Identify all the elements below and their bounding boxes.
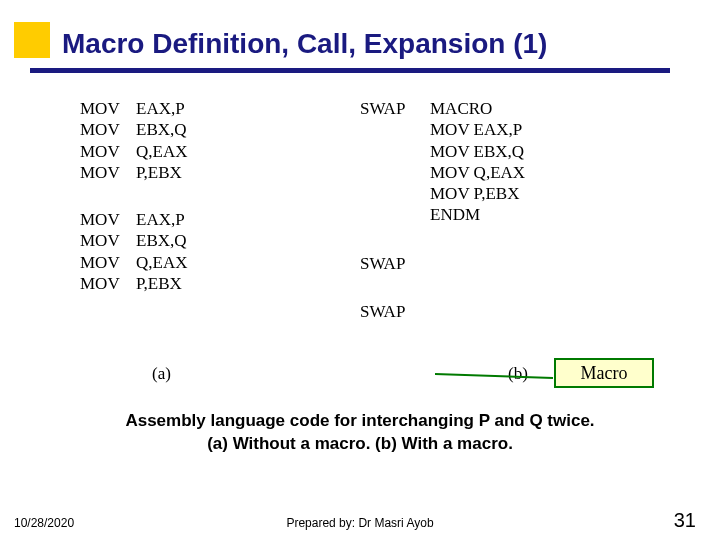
- slide-caption: Assembly language code for interchanging…: [0, 410, 720, 456]
- asm-label: [360, 119, 430, 140]
- asm-row: MOVQ,EAX: [80, 141, 340, 162]
- callout-box: Macro: [554, 358, 654, 388]
- asm-label: [360, 204, 430, 225]
- asm-row: MOVP,EBX: [80, 273, 340, 294]
- asm-op: MOV: [80, 209, 136, 230]
- asm-arg: P,EBX: [136, 162, 182, 183]
- svg-line-0: [435, 374, 553, 378]
- asm-arg: MACRO: [430, 98, 492, 119]
- asm-row: MOVEBX,Q: [80, 230, 340, 251]
- title-underline: [30, 68, 670, 73]
- asm-row: MOVEAX,P: [80, 98, 340, 119]
- asm-arg: EAX,P: [136, 209, 185, 230]
- col-b: SWAPMACRO MOV EAX,P MOV EBX,Q MOV Q,EAX …: [360, 98, 660, 322]
- asm-arg: MOV Q,EAX: [430, 162, 525, 183]
- asm-label: [360, 162, 430, 183]
- asm-arg: Q,EAX: [136, 141, 187, 162]
- asm-label: [360, 183, 430, 204]
- asm-arg: P,EBX: [136, 273, 182, 294]
- asm-row: MOV EBX,Q: [360, 141, 660, 162]
- asm-row: MOVEAX,P: [80, 209, 340, 230]
- asm-op: MOV: [80, 141, 136, 162]
- callout-label: Macro: [581, 363, 628, 384]
- caption-line-1: Assembly language code for interchanging…: [0, 410, 720, 433]
- col-a: MOVEAX,P MOVEBX,Q MOVQ,EAX MOVP,EBX MOVE…: [80, 98, 340, 320]
- code-area: MOVEAX,P MOVEBX,Q MOVQ,EAX MOVP,EBX MOVE…: [0, 98, 720, 398]
- asm-op: MOV: [80, 252, 136, 273]
- asm-op: MOV: [80, 273, 136, 294]
- col-a-block-1: MOVEAX,P MOVEBX,Q MOVQ,EAX MOVP,EBX: [80, 98, 340, 183]
- swap-call-2: SWAP: [360, 302, 660, 322]
- asm-label: SWAP: [360, 98, 430, 119]
- decorative-square-icon: [14, 22, 50, 58]
- asm-row: MOVQ,EAX: [80, 252, 340, 273]
- slide-title: Macro Definition, Call, Expansion (1): [62, 28, 547, 60]
- asm-arg: EBX,Q: [136, 119, 187, 140]
- footer-prepared-by: Prepared by: Dr Masri Ayob: [0, 516, 720, 530]
- asm-row: ENDM: [360, 204, 660, 225]
- asm-arg: MOV EAX,P: [430, 119, 522, 140]
- col-b-macro-block: SWAPMACRO MOV EAX,P MOV EBX,Q MOV Q,EAX …: [360, 98, 660, 226]
- label-b: (b): [508, 364, 528, 384]
- asm-op: MOV: [80, 119, 136, 140]
- asm-row: MOVEBX,Q: [80, 119, 340, 140]
- asm-arg: EBX,Q: [136, 230, 187, 251]
- asm-arg: EAX,P: [136, 98, 185, 119]
- swap-call-1: SWAP: [360, 254, 660, 274]
- asm-row: MOVP,EBX: [80, 162, 340, 183]
- asm-arg: MOV EBX,Q: [430, 141, 524, 162]
- asm-row: MOV EAX,P: [360, 119, 660, 140]
- asm-arg: MOV P,EBX: [430, 183, 519, 204]
- asm-arg: Q,EAX: [136, 252, 187, 273]
- asm-row: SWAPMACRO: [360, 98, 660, 119]
- asm-row: MOV Q,EAX: [360, 162, 660, 183]
- col-a-block-2: MOVEAX,P MOVEBX,Q MOVQ,EAX MOVP,EBX: [80, 209, 340, 294]
- asm-label: [360, 141, 430, 162]
- callout-connector-icon: [435, 366, 565, 386]
- slide: Macro Definition, Call, Expansion (1) MO…: [0, 0, 720, 540]
- footer-page-number: 31: [674, 509, 696, 532]
- asm-row: MOV P,EBX: [360, 183, 660, 204]
- asm-op: MOV: [80, 98, 136, 119]
- caption-line-2: (a) Without a macro. (b) With a macro.: [0, 433, 720, 456]
- asm-op: MOV: [80, 230, 136, 251]
- asm-op: MOV: [80, 162, 136, 183]
- label-a: (a): [152, 364, 171, 384]
- asm-arg: ENDM: [430, 204, 480, 225]
